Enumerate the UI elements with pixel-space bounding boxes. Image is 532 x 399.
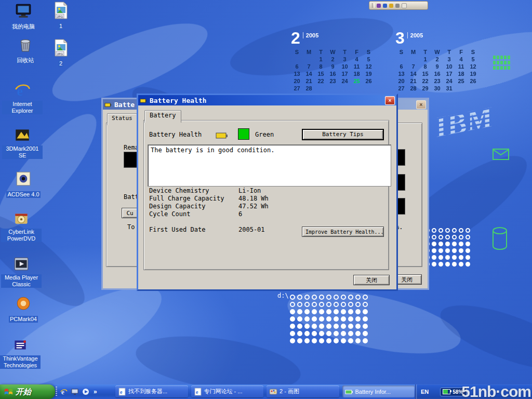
close-icon[interactable]: × bbox=[416, 100, 426, 109]
tab-status[interactable]: Status bbox=[107, 113, 137, 125]
decor-dot bbox=[348, 331, 353, 336]
decor-dot bbox=[319, 338, 324, 343]
decor-dot bbox=[363, 338, 368, 343]
svg-text:e: e bbox=[61, 388, 64, 396]
current-button-fragment[interactable]: Cu bbox=[122, 208, 138, 218]
database-cylinder-icon bbox=[491, 227, 508, 254]
improve-battery-health-button[interactable]: Improve Battery Health... bbox=[302, 227, 384, 237]
calendar-day: 11 bbox=[455, 63, 467, 70]
desktop-icon-recycle-bin[interactable]: 回收站 bbox=[5, 35, 46, 64]
calendar-weekday: W bbox=[431, 48, 443, 56]
calendar-day: 21 bbox=[407, 77, 419, 85]
desktop-icon-acdsee[interactable]: ACDSee 4.0 bbox=[3, 169, 44, 198]
calendar-day: 7 bbox=[407, 63, 419, 70]
decor-dot bbox=[466, 248, 470, 253]
calendar-weekday: T bbox=[419, 48, 431, 56]
decor-dot bbox=[326, 302, 331, 307]
calendar-day: 21 bbox=[303, 77, 315, 85]
decor-dot bbox=[341, 309, 346, 314]
toolbar-icon-4[interactable] bbox=[395, 4, 400, 8]
calendar-weekday: W bbox=[327, 48, 339, 56]
svg-text:e: e bbox=[120, 389, 123, 395]
desktop[interactable]: 我的电脑回收站eInternet Explorer3DMark2001 SEAC… bbox=[0, 0, 532, 399]
calendar-day: 6 bbox=[395, 63, 407, 70]
desktop-icon-jpg-1[interactable]: JPG1 bbox=[41, 1, 81, 30]
decor-dot bbox=[459, 242, 463, 246]
calendar-day: 20 bbox=[395, 77, 407, 85]
toolbar-icon-3[interactable] bbox=[389, 4, 393, 8]
internet-explorer-icon[interactable]: e bbox=[60, 388, 68, 396]
decor-dot bbox=[348, 309, 353, 314]
toolbar-grip[interactable] bbox=[56, 387, 57, 397]
access-ibm-toolbar[interactable] bbox=[369, 1, 428, 10]
language-indicator[interactable]: EN bbox=[421, 389, 429, 395]
desktop-icon-internet-explorer[interactable]: eInternet Explorer bbox=[2, 81, 43, 115]
battery-icon bbox=[443, 389, 450, 394]
close-icon[interactable]: × bbox=[385, 96, 395, 105]
desktop-icon-pcmark04[interactable]: PCMark04 bbox=[3, 294, 44, 323]
calendar-day: 12 bbox=[363, 63, 375, 70]
decor-dot bbox=[304, 295, 310, 300]
decor-dot bbox=[348, 338, 353, 343]
taskbar-task-4[interactable]: Battery Infor... bbox=[342, 385, 415, 397]
calendar-day: 2 bbox=[431, 56, 443, 63]
info-value: 48.18 Wh bbox=[238, 195, 269, 203]
calendar-day: 22 bbox=[315, 77, 327, 85]
decor-dot bbox=[432, 242, 436, 246]
chevron-overflow-icon[interactable]: » bbox=[94, 388, 97, 395]
desktop-icon-my-computer[interactable]: 我的电脑 bbox=[3, 2, 44, 31]
calendar-day: 1 bbox=[315, 56, 327, 63]
calendar-day: 30 bbox=[431, 85, 443, 92]
desktop-icon-3dmark2001-se[interactable]: 3DMark2001 SE bbox=[2, 126, 43, 159]
decor-dot bbox=[334, 295, 339, 300]
decor-dot bbox=[334, 338, 339, 343]
dot-grid-decor bbox=[424, 227, 471, 268]
tab-battery[interactable]: Battery bbox=[144, 110, 181, 123]
icon-label: CyberLink PowerDVD bbox=[1, 229, 42, 242]
calendar-weekday: M bbox=[303, 48, 315, 56]
cyberlink-powerdvd-icon bbox=[12, 209, 30, 228]
taskbar-task-3[interactable]: 2 - 画图 bbox=[267, 385, 339, 397]
calendar-day: 23 bbox=[431, 77, 443, 85]
icon-label: PCMark04 bbox=[9, 316, 38, 323]
toolbar-icon-1[interactable] bbox=[377, 4, 381, 8]
calendar-day: 16 bbox=[327, 70, 339, 77]
decor-dot bbox=[290, 295, 295, 300]
toolbar-icon-2[interactable] bbox=[383, 4, 387, 8]
decor-dot bbox=[459, 262, 463, 267]
dialog-titlebar[interactable]: Battery Health × bbox=[138, 95, 396, 105]
battery-info-row: Device ChemistryLi-Ion bbox=[149, 187, 380, 195]
dialog-close-button[interactable]: 关闭 bbox=[353, 275, 390, 285]
calendar-day: 20 bbox=[291, 77, 303, 85]
toolbar-icon-5[interactable] bbox=[402, 3, 407, 8]
info-value: Li-Ion bbox=[238, 187, 261, 195]
toolbar-grip bbox=[372, 3, 375, 8]
decor-dot bbox=[432, 228, 436, 233]
calendar-day: 24 bbox=[339, 77, 351, 85]
show-desktop-icon[interactable] bbox=[71, 388, 79, 396]
taskbar-task-1[interactable]: e找不到服务器... bbox=[115, 385, 188, 397]
decor-dot bbox=[363, 324, 368, 329]
calendar-weekday: M bbox=[407, 48, 419, 56]
condition-text-area[interactable]: The battery is in good condition. bbox=[148, 144, 391, 187]
desktop-icon-jpg-2[interactable]: JPG2 bbox=[41, 38, 81, 68]
calendar-month-2: 22005SMTWTFS1234567891011121314151617181… bbox=[289, 30, 375, 92]
desktop-icon-media-player-classic[interactable]: Media Player Classic bbox=[1, 255, 42, 288]
info-value: 6 bbox=[238, 210, 242, 218]
decor-dot bbox=[355, 331, 361, 336]
decor-dot bbox=[459, 255, 463, 260]
calendar-year: 2005 bbox=[303, 32, 318, 38]
decor-dot bbox=[445, 248, 450, 253]
my-computer-icon bbox=[15, 2, 32, 20]
start-button[interactable]: 开始 bbox=[0, 384, 55, 399]
desktop-icon-cyberlink-powerdvd[interactable]: CyberLink PowerDVD bbox=[1, 209, 42, 243]
decor-dot bbox=[290, 338, 295, 343]
decor-dot bbox=[355, 324, 361, 329]
decor-dot bbox=[363, 331, 368, 336]
desktop-icon-thinkvantage-technologies[interactable]: ThinkVantage Technologies bbox=[0, 336, 41, 369]
calendar-day bbox=[407, 56, 419, 63]
media-player-icon[interactable] bbox=[82, 388, 90, 396]
battery-tips-button[interactable]: Battery Tips bbox=[302, 129, 384, 140]
taskbar-task-2[interactable]: e专门网论坛 - ... bbox=[191, 385, 264, 397]
task-button-area: e找不到服务器...e专门网论坛 - ...2 - 画图Battery Info… bbox=[115, 385, 415, 397]
